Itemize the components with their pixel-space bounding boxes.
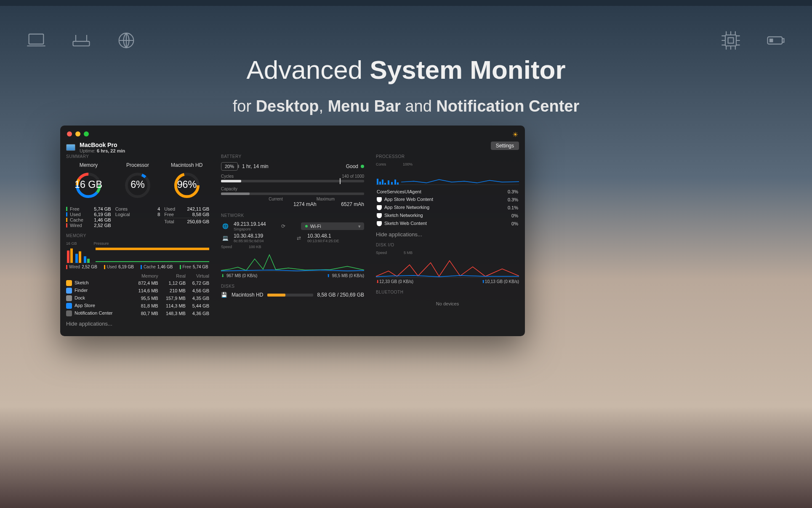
write-icon: ⬇: [376, 279, 379, 284]
hero-title-light: Advanced: [246, 55, 370, 84]
public-ip: 49.213.19.144: [234, 221, 266, 227]
hero-title: Advanced System Monitor for Desktop, Men…: [0, 55, 812, 115]
device-name: MacBook Pro: [80, 142, 125, 148]
svg-rect-7: [769, 39, 773, 43]
table-row[interactable]: App Store81,8 MB114,3 MB5,44 GB: [66, 302, 209, 310]
settings-button[interactable]: Settings: [491, 142, 519, 150]
shield-icon: [377, 221, 382, 226]
table-row[interactable]: Notification Center80,7 MB148,3 MB4,36 G…: [66, 310, 209, 317]
disks-label: DISKS: [221, 284, 364, 289]
legend-item: Cache1,46 GB: [66, 217, 111, 222]
globe-small-icon: 🌐: [221, 223, 229, 229]
table-row[interactable]: Sketch Web Content0%: [377, 220, 518, 227]
svg-rect-32: [388, 180, 389, 184]
svg-rect-28: [377, 179, 378, 184]
svg-rect-4: [728, 38, 734, 43]
table-row[interactable]: Dock95,5 MB157,9 MB4,35 GB: [66, 294, 209, 302]
refresh-button[interactable]: ⟳: [281, 223, 285, 229]
window-close[interactable]: [67, 131, 72, 136]
svg-rect-27: [96, 261, 209, 262]
processor-table: CoreServicesUIAgent0.3%App Store Web Con…: [376, 187, 519, 228]
disk-usage-value: 8,58 GB / 250,69 GB: [317, 292, 364, 298]
summary-disk-label: Macintosh HD: [164, 162, 209, 168]
window-zoom[interactable]: [84, 131, 89, 136]
svg-rect-26: [96, 248, 209, 250]
memory-table: Memory Real Virtual Sketch872,4 MB1,12 G…: [66, 273, 209, 317]
status-dot-icon: [361, 165, 364, 168]
battery-time: 1 hr, 14 min: [242, 163, 269, 169]
table-row[interactable]: Sketch Networking0%: [377, 212, 518, 219]
svg-rect-34: [394, 179, 396, 184]
battery-percentage: 20%: [221, 162, 238, 171]
hero-title-bold: System Monitor: [370, 55, 565, 84]
disk-name: Macintosh HD: [232, 292, 263, 298]
router-small-icon: ⇄: [295, 235, 303, 241]
diskio-label: DISK I/O: [376, 243, 519, 247]
svg-rect-20: [67, 251, 69, 263]
processor-label: PROCESSOR: [376, 154, 519, 159]
lan-ip: 10.30.48.139: [234, 233, 290, 239]
shield-icon: [377, 213, 382, 218]
network-down: 967 MB (0 KB/s): [226, 273, 257, 278]
table-row[interactable]: App Store Web Content0.3%: [377, 196, 518, 203]
shield-icon: [377, 197, 382, 202]
network-up: 98,5 MB (0 KB/s): [332, 273, 364, 278]
svg-text:96%: 96%: [177, 179, 197, 190]
memory-chart: [66, 246, 209, 263]
svg-rect-23: [79, 251, 81, 263]
battery-cycles-bar: [221, 180, 364, 182]
disk-donut: 96%: [172, 171, 202, 200]
window-minimize[interactable]: [75, 131, 80, 136]
svg-rect-24: [84, 256, 86, 263]
globe-icon: [115, 29, 137, 51]
svg-rect-3: [725, 35, 736, 46]
svg-rect-25: [87, 259, 90, 263]
svg-rect-0: [29, 34, 44, 44]
table-row[interactable]: Finder114,6 MB210 MB4,56 GB: [66, 287, 209, 294]
battery-status: Good: [346, 163, 358, 169]
cores-chart: [376, 167, 519, 185]
network-label: NETWORK: [221, 213, 364, 218]
disk-icon: 💾: [221, 292, 227, 298]
legend-item: Wired2,52 GB: [66, 223, 111, 228]
diskio-chart: [376, 257, 519, 278]
hide-apps-processor[interactable]: Hide applications...: [376, 231, 519, 238]
svg-rect-21: [70, 249, 73, 263]
laptop-icon: [25, 29, 47, 51]
diskio-write: 12,33 GB (0 KB/s): [379, 279, 413, 284]
svg-text:16 GB: 16 GB: [75, 179, 102, 190]
summary-processor-label: Processor: [115, 162, 160, 168]
interface-select[interactable]: Wi-Fi: [301, 222, 364, 230]
svg-rect-30: [382, 179, 383, 184]
download-icon: ⬇: [221, 273, 224, 278]
theme-toggle-icon[interactable]: ☀: [512, 131, 518, 139]
legend-item: Cache1,46 GB: [141, 265, 173, 269]
svg-rect-6: [782, 39, 784, 43]
hero-icons-left: [25, 29, 137, 51]
svg-rect-33: [391, 182, 393, 184]
legend-item: Free5,74 GB: [66, 206, 111, 211]
table-row[interactable]: Sketch872,4 MB1,12 GB6,72 GB: [66, 279, 209, 287]
legend-item: Wired2,52 GB: [66, 265, 97, 269]
bluetooth-label: BLUETOOTH: [376, 290, 519, 294]
laptop-small-icon: 💻: [221, 235, 229, 241]
router-icon: [70, 29, 92, 51]
svg-text:6%: 6%: [130, 179, 145, 190]
bluetooth-none: No devices: [376, 301, 519, 306]
hide-apps-memory[interactable]: Hide applications...: [66, 321, 209, 327]
app-window: ☀ Settings MacBook Pro Uptime: 6 hrs, 22…: [60, 126, 525, 336]
table-row[interactable]: CoreServicesUIAgent0.3%: [377, 188, 518, 195]
router-ip: 10.30.48.1: [307, 233, 364, 239]
network-chart: [221, 251, 364, 272]
legend-item: Used6,19 GB: [104, 265, 134, 269]
device-icon: [66, 144, 75, 151]
memory-donut: 16 GB: [74, 171, 103, 200]
battery-label: BATTERY: [221, 154, 364, 159]
summary-label: SUMMARY: [66, 154, 209, 159]
memory-section-label: MEMORY: [66, 233, 209, 238]
svg-rect-1: [73, 41, 90, 46]
table-row[interactable]: App Store Networking0.1%: [377, 204, 518, 211]
processor-donut: 6%: [123, 171, 152, 200]
legend-item: Free5,74 GB: [180, 265, 208, 269]
svg-rect-31: [384, 183, 386, 184]
